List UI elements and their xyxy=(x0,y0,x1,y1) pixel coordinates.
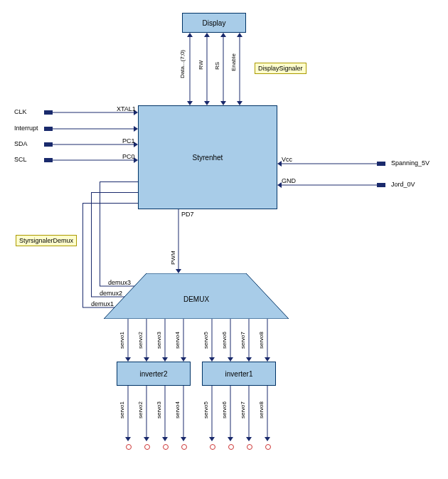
inv-servo7-label: servo7 xyxy=(240,396,246,419)
out-servo4 xyxy=(181,444,187,450)
display-rw-label: RW xyxy=(198,56,204,70)
styrenhet-label: Styrenhet xyxy=(193,154,223,162)
out-servo6 xyxy=(228,444,234,450)
xtal1-label: XTAL1 xyxy=(117,105,136,112)
demux1-wire-a xyxy=(82,203,138,204)
display-data-label: Data...(7;0) xyxy=(179,43,186,78)
demux-servo5-arrow xyxy=(209,319,215,362)
svg-marker-53 xyxy=(144,437,149,441)
inv-servo6-arrow xyxy=(228,386,233,441)
demux2-wire-a xyxy=(91,192,138,193)
demux-servo4-arrow xyxy=(181,319,186,362)
demux-servo5-label: servo5 xyxy=(203,326,209,349)
svg-marker-63 xyxy=(246,437,252,441)
inv-servo5-label: servo5 xyxy=(203,396,209,419)
display-rw-arrow xyxy=(204,33,210,105)
demux-servo2-arrow xyxy=(144,319,149,362)
pwm-arrow xyxy=(176,209,181,273)
inverter2-label: inverter2 xyxy=(140,370,168,378)
svg-marker-10 xyxy=(237,33,242,37)
svg-marker-59 xyxy=(209,437,215,441)
gnd-label: GND xyxy=(282,177,296,184)
inv-servo3-label: servo3 xyxy=(156,396,162,419)
spanning-pin xyxy=(377,162,385,166)
jord-pin xyxy=(377,183,385,187)
demux3-wire-a xyxy=(100,181,138,182)
demux-servo8-label: servo8 xyxy=(258,326,265,349)
svg-text:DEMUX: DEMUX xyxy=(183,295,209,303)
svg-marker-57 xyxy=(181,437,186,441)
spanning-label: Spanning_5V xyxy=(391,159,430,167)
out-servo8 xyxy=(265,444,271,450)
display-block: Display xyxy=(182,13,246,33)
svg-marker-61 xyxy=(228,437,233,441)
out-servo3 xyxy=(163,444,169,450)
note-display-signaler: DisplaySignaler xyxy=(255,63,306,74)
display-label: Display xyxy=(203,19,226,27)
interrupt-pin xyxy=(44,127,53,131)
demux2-wire-b xyxy=(91,192,92,297)
note-styrsignaler-demux: StyrsignalerDemux xyxy=(16,235,77,246)
clk-pin xyxy=(44,110,53,115)
svg-marker-65 xyxy=(265,437,270,441)
svg-marker-1 xyxy=(187,33,193,37)
demux-servo8-arrow xyxy=(265,319,270,362)
svg-marker-51 xyxy=(125,437,131,441)
out-servo5 xyxy=(210,444,215,450)
scl-label: SCL xyxy=(14,156,27,163)
display-enable-arrow xyxy=(237,33,242,105)
demux-servo3-arrow xyxy=(162,319,168,362)
inv-servo4-arrow xyxy=(181,386,186,441)
svg-marker-7 xyxy=(220,33,226,37)
svg-marker-15 xyxy=(134,126,138,132)
demux-servo7-arrow xyxy=(246,319,252,362)
inv-servo7-arrow xyxy=(246,386,252,441)
interrupt-label: Interrupt xyxy=(14,125,38,132)
demux3-wire-b xyxy=(100,181,100,286)
demux-servo4-label: servo4 xyxy=(174,326,181,349)
inv-servo2-arrow xyxy=(144,386,149,441)
pc1-label: PC1 xyxy=(122,137,135,144)
pwm-label: PWM xyxy=(170,246,176,265)
inv-servo1-label: servo1 xyxy=(119,396,125,419)
inverter1-block: inverter1 xyxy=(202,362,276,386)
demux-servo1-label: servo1 xyxy=(119,326,125,349)
svg-marker-4 xyxy=(204,33,210,37)
clk-label: CLK xyxy=(14,108,27,115)
inv-servo8-arrow xyxy=(265,386,270,441)
demux-servo1-arrow xyxy=(125,319,131,362)
demux-block: DEMUX xyxy=(104,273,289,319)
pd7-label: PD7 xyxy=(181,211,194,218)
inverter1-label: inverter1 xyxy=(225,370,253,378)
svg-marker-55 xyxy=(162,437,168,441)
inv-servo3-arrow xyxy=(162,386,168,441)
display-enable-label: Enable xyxy=(230,47,237,71)
inv-servo2-label: servo2 xyxy=(137,396,144,419)
demux-servo6-label: servo6 xyxy=(221,326,228,349)
interrupt-wire xyxy=(53,126,138,132)
inv-servo1-arrow xyxy=(125,386,131,441)
demux1-wire-b xyxy=(82,203,83,307)
display-data-arrow xyxy=(187,33,193,105)
demux-servo7-label: servo7 xyxy=(240,326,246,349)
sda-pin xyxy=(44,142,53,147)
inverter2-block: inverter2 xyxy=(117,362,191,386)
inv-servo5-arrow xyxy=(209,386,215,441)
demux-servo6-arrow xyxy=(228,319,233,362)
jord-label: Jord_0V xyxy=(391,181,415,188)
inv-servo6-label: servo6 xyxy=(221,396,228,419)
out-servo7 xyxy=(247,444,252,450)
demux-servo2-label: servo2 xyxy=(137,326,144,349)
scl-pin xyxy=(44,158,53,162)
styrenhet-block: Styrenhet xyxy=(138,105,277,209)
pc0-label: PC0 xyxy=(122,153,135,160)
vcc-label: Vcc xyxy=(282,156,292,163)
demux-servo3-label: servo3 xyxy=(156,326,162,349)
inv-servo4-label: servo4 xyxy=(174,396,181,419)
out-servo2 xyxy=(144,444,150,450)
sda-label: SDA xyxy=(14,140,28,147)
out-servo1 xyxy=(126,444,132,450)
display-rs-label: RS xyxy=(214,56,220,70)
inv-servo8-label: servo8 xyxy=(258,396,265,419)
display-rs-arrow xyxy=(220,33,226,105)
